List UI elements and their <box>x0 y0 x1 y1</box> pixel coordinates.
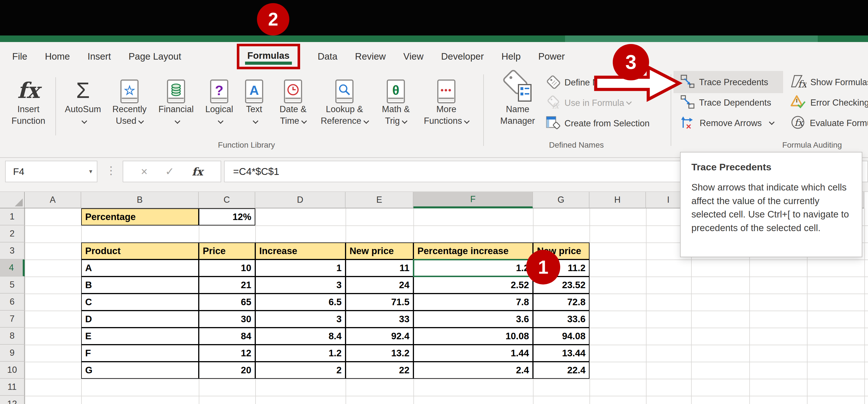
column-header-H[interactable]: H <box>589 192 646 208</box>
dropdown-chevron-icon <box>138 118 144 124</box>
cell-F10[interactable]: 2.4 <box>413 362 533 379</box>
cell-B6[interactable]: C <box>81 293 199 311</box>
cell-D5[interactable]: 3 <box>255 277 346 293</box>
cell-F8[interactable]: 10.08 <box>413 328 533 345</box>
excel-window: FileHomeInsertPage LayoutFormulasDataRev… <box>0 0 868 404</box>
cell-D6[interactable]: 6.5 <box>255 293 346 311</box>
row-header-6[interactable]: 6 <box>0 293 25 311</box>
cell-C10[interactable]: 20 <box>199 362 255 379</box>
cell-G10[interactable]: 22.4 <box>533 362 589 379</box>
ribbon-button-evaluate-formula[interactable]: fxEvaluate Formula <box>790 114 868 132</box>
cell-C1-percentage-value[interactable]: 12% <box>199 208 255 225</box>
row-header-12[interactable]: 12 <box>0 396 25 404</box>
cell-F5[interactable]: 2.52 <box>413 277 533 293</box>
cell-D8[interactable]: 8.4 <box>255 328 346 345</box>
cell-E10[interactable]: 22 <box>346 362 413 379</box>
column-header-C[interactable]: C <box>199 192 255 208</box>
dropdown-chevron-icon <box>82 118 87 124</box>
cell-F3-header[interactable]: Percentage increase <box>413 243 533 259</box>
cell-E8[interactable]: 92.4 <box>346 328 413 345</box>
cell-E7[interactable]: 33 <box>346 311 413 328</box>
ribbon-button-error-checking[interactable]: Error Checking <box>790 93 868 112</box>
cell-D3-header[interactable]: Increase <box>255 243 346 259</box>
cell-C5[interactable]: 21 <box>199 277 255 293</box>
dropdown-chevron-icon <box>402 118 407 124</box>
row-header-4[interactable]: 4 <box>0 259 25 277</box>
cell-C4[interactable]: 10 <box>199 259 255 277</box>
cell-F6[interactable]: 7.8 <box>413 293 533 311</box>
row-header-9[interactable]: 9 <box>0 345 25 362</box>
ribbon-button-recently-used[interactable]: ☆RecentlyUsed <box>105 73 154 127</box>
cell-E3-header[interactable]: New price <box>346 243 413 259</box>
cell-F9[interactable]: 1.44 <box>413 345 533 362</box>
cell-B10[interactable]: G <box>81 362 199 379</box>
row-header-11[interactable]: 11 <box>0 379 25 396</box>
column-header-G[interactable]: G <box>533 192 589 208</box>
row-header-1[interactable]: 1 <box>0 208 25 225</box>
row-header-2[interactable]: 2 <box>0 225 25 243</box>
recently-used-icon: ☆ <box>120 73 138 103</box>
cell-B9[interactable]: F <box>81 345 199 362</box>
ribbon-button-trace-precedents[interactable]: Trace Precedents <box>680 73 768 91</box>
ribbon-button-logical[interactable]: ?Logical <box>199 73 239 127</box>
svg-text:fx: fx <box>795 117 804 128</box>
cell-C9[interactable]: 12 <box>199 345 255 362</box>
cell-G8[interactable]: 94.08 <box>533 328 589 345</box>
column-header-F[interactable]: F <box>413 192 533 208</box>
dropdown-chevron-icon <box>175 118 180 124</box>
ribbon-button-create-from-selection[interactable]: Create from Selection <box>546 114 650 132</box>
math-trig-icon: θ <box>387 73 405 103</box>
row-header-7[interactable]: 7 <box>0 311 25 328</box>
ribbon-button-name-manager[interactable]: NameManager <box>494 73 542 127</box>
annotation-step-2-badge: 2 <box>257 3 289 35</box>
ribbon-button-financial[interactable]: Financial <box>153 73 199 127</box>
ribbon-button-remove-arrows[interactable]: ×Remove Arrows <box>680 114 774 132</box>
cell-C3-header[interactable]: Price <box>199 243 255 259</box>
cell-D7[interactable]: 3 <box>255 311 346 328</box>
ribbon-button-lookup-reference[interactable]: Lookup &Reference <box>316 73 373 127</box>
svg-text:fx: fx <box>798 79 806 89</box>
column-header-A[interactable]: A <box>25 192 81 208</box>
cell-B5[interactable]: B <box>81 277 199 293</box>
cell-G6[interactable]: 72.8 <box>533 293 589 311</box>
cell-C6[interactable]: 65 <box>199 293 255 311</box>
ribbon-button-more-functions[interactable]: •••MoreFunctions <box>420 73 473 127</box>
cell-B7[interactable]: D <box>81 311 199 328</box>
cell-E6[interactable]: 71.5 <box>346 293 413 311</box>
cell-G9[interactable]: 13.44 <box>533 345 589 362</box>
cell-B1-percentage-label[interactable]: Percentage <box>81 208 199 225</box>
cell-D9[interactable]: 1.2 <box>255 345 346 362</box>
cell-B8[interactable]: E <box>81 328 199 345</box>
ribbon-button-insert-function[interactable]: fxInsertFunction <box>6 73 51 127</box>
autosum-icon: Σ <box>76 73 90 103</box>
ribbon-button-use-in-formula[interactable]: fxUse in Formula <box>546 93 631 112</box>
cell-C7[interactable]: 30 <box>199 311 255 328</box>
ribbon-button-define-name[interactable]: Define Name <box>546 73 623 92</box>
remove-arrows-icon: × <box>680 115 696 131</box>
cell-D4[interactable]: 1 <box>255 259 346 277</box>
column-header-B[interactable]: B <box>81 192 199 208</box>
cell-E5[interactable]: 24 <box>346 277 413 293</box>
ribbon-button-text[interactable]: AText <box>238 73 271 127</box>
cell-E9[interactable]: 13.2 <box>346 345 413 362</box>
ribbon-button-trace-dependents[interactable]: Trace Dependents <box>680 93 771 112</box>
cell-D10[interactable]: 2 <box>255 362 346 379</box>
row-header-3[interactable]: 3 <box>0 243 25 259</box>
ribbon-button-show-formulas[interactable]: fxShow Formulas <box>790 73 868 91</box>
row-header-5[interactable]: 5 <box>0 277 25 293</box>
cell-B3-header[interactable]: Product <box>81 243 199 259</box>
column-header-D[interactable]: D <box>255 192 346 208</box>
cell-C8[interactable]: 84 <box>199 328 255 345</box>
ribbon-button-math-trig[interactable]: θMath &Trig <box>373 73 418 127</box>
row-header-8[interactable]: 8 <box>0 328 25 345</box>
cell-F7[interactable]: 3.6 <box>413 311 533 328</box>
select-all-corner[interactable] <box>0 192 25 208</box>
cell-G7[interactable]: 33.6 <box>533 311 589 328</box>
row-header-10[interactable]: 10 <box>0 362 25 379</box>
dropdown-chevron-icon <box>218 118 223 124</box>
cell-B4[interactable]: A <box>81 259 199 277</box>
cell-E4[interactable]: 11 <box>346 259 413 277</box>
column-header-E[interactable]: E <box>346 192 413 208</box>
ribbon-button-date-time[interactable]: Date &Time <box>272 73 314 127</box>
ribbon-button-autosum[interactable]: ΣAutoSum <box>60 73 105 127</box>
